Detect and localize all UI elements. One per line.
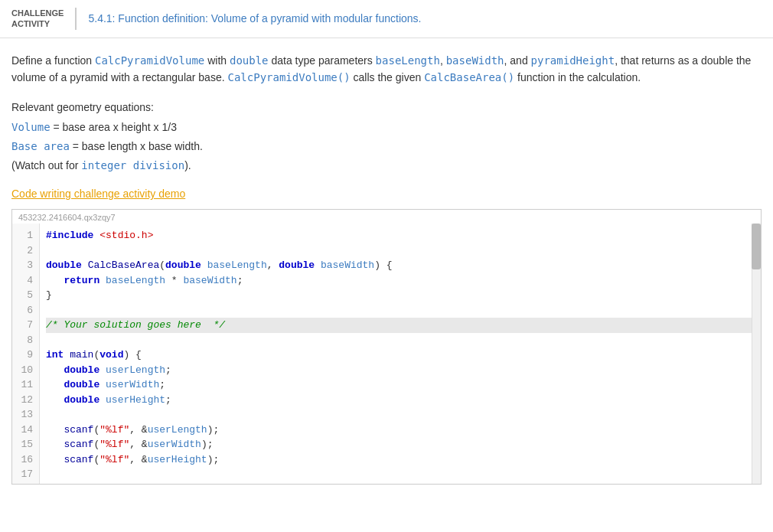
inline-code-calcbasearea: CalcBaseArea() bbox=[424, 71, 514, 83]
inline-code-calcpyramidvolume: CalcPyramidVolume bbox=[95, 54, 204, 67]
code-line-2 bbox=[46, 243, 755, 259]
code-line-18: printf("Volume: %lf\n", CalcPyramidVolum… bbox=[46, 482, 755, 485]
main-content: Define a function CalcPyramidVolume with… bbox=[0, 38, 773, 493]
code-line-7: /* Your solution goes here */ bbox=[46, 318, 755, 333]
code-line-13 bbox=[46, 407, 755, 423]
inline-code-basewidth: baseWidth bbox=[446, 54, 504, 67]
geometry-heading: Relevant geometry equations: bbox=[11, 98, 762, 117]
base-equation: Base area = base length x base width. bbox=[11, 137, 762, 156]
geometry-section: Relevant geometry equations: Volume = ba… bbox=[11, 98, 762, 175]
volume-equation: Volume = base area x height x 1/3 bbox=[11, 118, 762, 137]
challenge-title: 5.4.1: Function definition: Volume of a … bbox=[88, 12, 421, 24]
volume-eq-label: Volume bbox=[11, 121, 51, 133]
challenge-activity-label: CHALLENGEACTIVITY bbox=[11, 8, 77, 30]
code-line-16: scanf("%lf", &userHeight); bbox=[46, 452, 755, 468]
code-line-11: double userWidth; bbox=[46, 377, 755, 393]
header: CHALLENGEACTIVITY 5.4.1: Function defini… bbox=[0, 0, 773, 38]
code-line-6 bbox=[46, 303, 755, 318]
code-lines[interactable]: #include <stdio.h> double CalcBaseArea(d… bbox=[40, 224, 761, 484]
inline-code-pyramidheight: pyramidHeight bbox=[531, 54, 615, 67]
demo-link[interactable]: Code writing challenge activity demo bbox=[11, 188, 185, 200]
file-id: 453232.2416604.qx3zqy7 bbox=[12, 210, 761, 224]
code-line-8 bbox=[46, 333, 755, 348]
integer-division-highlight: integer division bbox=[81, 159, 184, 171]
code-line-3: double CalcBaseArea(double baseLength, d… bbox=[46, 258, 755, 273]
description-paragraph: Define a function CalcPyramidVolume with… bbox=[11, 52, 762, 86]
code-line-15: scanf("%lf", &userWidth); bbox=[46, 437, 755, 452]
scrollbar-thumb[interactable] bbox=[752, 224, 761, 269]
code-line-4: return baseLength * baseWidth; bbox=[46, 273, 755, 289]
code-editor-container: 453232.2416604.qx3zqy7 1 2 3 4 5 6 7 8 9… bbox=[11, 209, 762, 485]
code-line-10: double userLength; bbox=[46, 363, 755, 378]
inline-code-calcpyramidvolume-call: CalcPyramidVolume() bbox=[227, 71, 350, 83]
code-editor[interactable]: 1 2 3 4 5 6 7 8 9 10 11 12 13 14 15 16 1… bbox=[12, 224, 761, 484]
warning-text: (Watch out for integer division). bbox=[11, 156, 762, 175]
scrollbar-track[interactable] bbox=[752, 224, 761, 484]
line-numbers: 1 2 3 4 5 6 7 8 9 10 11 12 13 14 15 16 1… bbox=[12, 224, 40, 484]
inline-code-double: double bbox=[230, 54, 269, 67]
code-line-17 bbox=[46, 467, 755, 482]
inline-code-baselength: baseLength bbox=[376, 54, 440, 67]
code-line-14: scanf("%lf", &userLength); bbox=[46, 423, 755, 438]
code-line-9: int main(void) { bbox=[46, 348, 755, 363]
code-line-12: double userHeight; bbox=[46, 393, 755, 408]
code-line-5: } bbox=[46, 288, 755, 303]
code-line-1: #include <stdio.h> bbox=[46, 228, 755, 243]
base-eq-label: Base area bbox=[11, 140, 70, 152]
